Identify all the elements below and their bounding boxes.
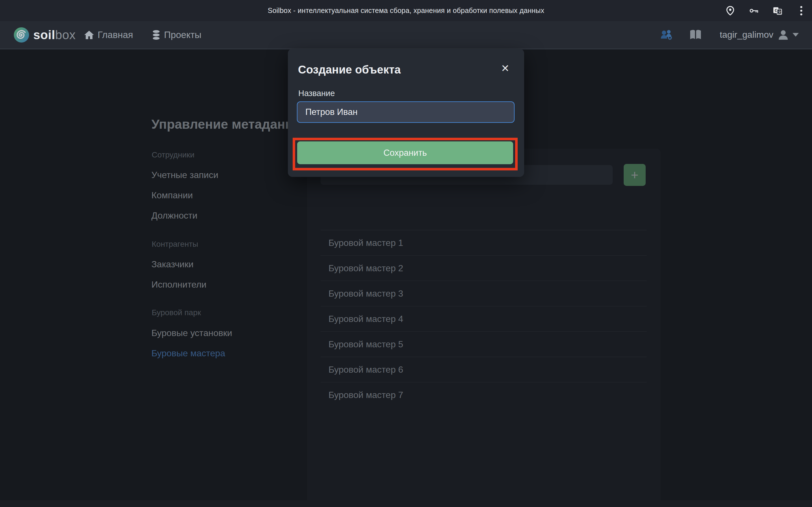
main-nav-bar: soilbox Главная Проекты (0, 21, 812, 49)
translate-icon[interactable]: G 文 (773, 6, 782, 15)
nav-right-group: tagir_galimov (661, 30, 799, 40)
nav-home-label: Главная (98, 30, 133, 40)
save-button[interactable]: Сохранить (297, 142, 513, 164)
brand[interactable]: soilbox (13, 27, 75, 43)
username[interactable]: tagir_galimov (720, 30, 773, 40)
book-icon[interactable] (689, 30, 702, 40)
user-avatar-icon[interactable] (778, 30, 789, 40)
home-icon (84, 30, 94, 40)
name-field-label: Название (298, 89, 335, 98)
location-pin-icon[interactable] (726, 6, 735, 15)
key-icon[interactable] (749, 6, 758, 15)
window-title: Soilbox - интеллектуальная система сбора… (0, 6, 812, 15)
system-top-bar: Soilbox - интеллектуальная система сбора… (0, 0, 812, 21)
nav-projects-label: Проекты (164, 30, 201, 40)
kebab-menu-icon[interactable] (797, 6, 806, 15)
chevron-down-icon[interactable] (793, 33, 799, 37)
close-icon[interactable]: ✕ (501, 63, 509, 73)
create-object-modal: Создание объекта ✕ Название Сохранить (288, 49, 524, 177)
database-icon (152, 30, 161, 40)
brand-box: box (55, 28, 75, 42)
topbar-icon-group: G 文 (726, 0, 806, 21)
modal-title: Создание объекта (298, 63, 401, 76)
nav-item-projects[interactable]: Проекты (152, 30, 201, 40)
manage-users-icon[interactable] (661, 30, 673, 40)
brand-soil: soil (33, 28, 55, 42)
soilbox-logo-icon (13, 27, 29, 43)
name-input[interactable] (297, 101, 515, 123)
svg-text:文: 文 (778, 10, 781, 14)
brand-name: soilbox (33, 28, 75, 42)
app-root: Soilbox - интеллектуальная система сбора… (0, 0, 812, 507)
nav-item-home[interactable]: Главная (84, 30, 133, 40)
